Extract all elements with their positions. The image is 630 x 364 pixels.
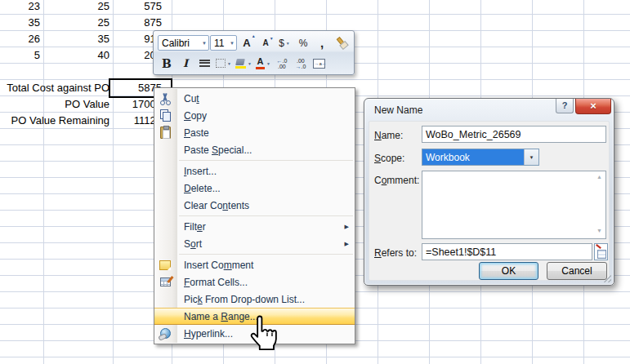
cell[interactable]: 25 bbox=[98, 15, 109, 31]
mini-toolbar-row-2: B I ▼ ▼ A ▼ ←.0 .00 bbox=[158, 53, 350, 73]
cell[interactable]: 26 bbox=[29, 31, 40, 47]
scope-label: Scope: bbox=[374, 153, 404, 164]
increase-decimal-icon: .00 →.0 bbox=[295, 58, 306, 69]
fill-bucket-icon bbox=[236, 59, 246, 65]
copy-icon bbox=[159, 109, 171, 122]
menu-item-insert[interactable]: Insert... bbox=[154, 162, 355, 180]
name-input[interactable]: WoBo_Metric_26569 bbox=[422, 126, 606, 143]
font-color-button[interactable]: A ▼ bbox=[254, 55, 272, 72]
borders-icon bbox=[216, 59, 226, 68]
bold-button[interactable]: B bbox=[158, 55, 176, 72]
refers-to-label: Refers to: bbox=[374, 247, 417, 259]
scroll-up-icon[interactable]: ▲ bbox=[596, 174, 602, 180]
menu-item-sort[interactable]: Sort ▶ bbox=[154, 235, 355, 252]
hyperlink-globe-icon bbox=[159, 328, 171, 340]
chevron-down-icon[interactable]: ▼ bbox=[524, 149, 538, 165]
format-painter-brush-icon bbox=[333, 35, 349, 51]
chevron-down-icon: ▼ bbox=[227, 61, 231, 66]
name-label: Name: bbox=[374, 130, 403, 141]
menu-item-cut[interactable]: Cut bbox=[154, 90, 355, 107]
cell[interactable]: 35 bbox=[29, 15, 40, 31]
menu-separator bbox=[179, 215, 353, 216]
red-arrow-icon bbox=[596, 244, 601, 249]
italic-button[interactable]: I bbox=[176, 55, 194, 72]
comment-label: Comment: bbox=[374, 175, 419, 186]
shrink-font-button[interactable]: A▼ bbox=[257, 34, 275, 51]
percent-style-button[interactable]: % bbox=[294, 34, 312, 51]
summary-label[interactable]: Total Cost against PO bbox=[7, 80, 109, 96]
center-align-button[interactable] bbox=[195, 55, 213, 72]
close-button[interactable]: × bbox=[575, 99, 611, 114]
cell[interactable]: 5 bbox=[34, 47, 40, 64]
mini-toolbar-row-1: Calibri ▼ 11 ▼ A▲ A▼ $ ▼ % , bbox=[158, 33, 350, 53]
merge-center-button[interactable]: →a← bbox=[311, 55, 328, 72]
cell[interactable]: 875 bbox=[144, 15, 162, 31]
menu-item-pick-from-list[interactable]: Pick From Drop-down List... bbox=[154, 291, 355, 308]
chevron-down-icon: ▼ bbox=[202, 41, 207, 46]
cell[interactable]: 23 bbox=[29, 0, 40, 15]
new-name-dialog: New Name ? × Name: WoBo_Metric_26569 Sco… bbox=[364, 98, 614, 286]
comment-textarea[interactable] bbox=[422, 171, 606, 239]
accounting-format-button[interactable]: $ ▼ bbox=[275, 34, 293, 51]
range-grid-icon bbox=[597, 250, 606, 259]
scope-selected-value: Workbook bbox=[422, 149, 524, 165]
font-size-value: 11 bbox=[214, 38, 224, 49]
center-align-icon bbox=[199, 60, 210, 68]
dialog-title: New Name bbox=[374, 104, 422, 116]
menu-item-paste[interactable]: Paste bbox=[154, 124, 355, 141]
excel-worksheet-screen: 23 25 575 35 25 875 26 35 910 5 40 200 T… bbox=[0, 0, 630, 364]
menu-item-format-cells[interactable]: Format Cells... bbox=[154, 273, 355, 291]
decrease-decimal-icon: ←.0 .00 bbox=[276, 58, 287, 69]
up-arrow-icon: ▲ bbox=[252, 33, 256, 38]
scope-dropdown[interactable]: Workbook ▼ bbox=[422, 149, 539, 166]
font-color-icon: A bbox=[257, 57, 263, 66]
increase-decimal-button[interactable]: .00 →.0 bbox=[292, 55, 310, 72]
menu-item-filter[interactable]: Filter ▶ bbox=[154, 218, 355, 235]
chevron-down-icon: ▼ bbox=[266, 61, 270, 66]
submenu-arrow-icon: ▶ bbox=[345, 241, 349, 247]
cell[interactable]: 40 bbox=[98, 47, 109, 64]
chevron-down-icon: ▼ bbox=[286, 41, 290, 46]
scissors-icon bbox=[159, 93, 171, 104]
cell[interactable]: 25 bbox=[98, 0, 109, 15]
grid-vertical-line bbox=[43, 0, 44, 364]
ok-button[interactable]: OK bbox=[479, 262, 538, 280]
cancel-button[interactable]: Cancel bbox=[547, 262, 607, 280]
menu-item-clear-contents[interactable]: Clear Contents bbox=[154, 197, 355, 214]
down-arrow-icon: ▼ bbox=[270, 36, 274, 41]
grid-vertical-line bbox=[113, 0, 114, 364]
borders-button[interactable]: ▼ bbox=[214, 55, 233, 72]
menu-separator bbox=[179, 160, 353, 161]
help-button[interactable]: ? bbox=[556, 99, 574, 113]
menu-item-insert-comment[interactable]: Insert Comment bbox=[154, 256, 355, 273]
decrease-decimal-button[interactable]: ←.0 .00 bbox=[273, 55, 291, 72]
font-name-value: Calibri bbox=[162, 38, 190, 49]
comment-note-icon bbox=[159, 260, 171, 270]
summary-label[interactable]: PO Value bbox=[65, 96, 109, 113]
range-selector-button[interactable] bbox=[594, 243, 608, 260]
cell[interactable]: 575 bbox=[144, 0, 162, 15]
fill-color-button[interactable]: ▼ bbox=[234, 55, 253, 72]
menu-separator bbox=[179, 254, 353, 255]
menu-item-paste-special[interactable]: Paste Special... bbox=[154, 141, 355, 158]
hand-cursor-icon bbox=[244, 313, 281, 357]
mini-toolbar: Calibri ▼ 11 ▼ A▲ A▼ $ ▼ % , bbox=[153, 30, 355, 75]
cell[interactable]: 35 bbox=[98, 31, 109, 47]
font-name-combo[interactable]: Calibri ▼ bbox=[158, 35, 209, 51]
submenu-arrow-icon: ▶ bbox=[345, 224, 349, 230]
refers-to-input[interactable]: =Sheet1!$D$11 bbox=[422, 243, 592, 260]
summary-label[interactable]: PO Value Remaining bbox=[11, 113, 109, 129]
comma-style-button[interactable]: , bbox=[313, 34, 331, 51]
context-menu: Cut Copy Paste Paste Special... Insert..… bbox=[154, 87, 355, 344]
chevron-down-icon: ▼ bbox=[248, 61, 252, 66]
clipboard-paste-icon bbox=[160, 127, 171, 139]
menu-item-delete[interactable]: Delete... bbox=[154, 180, 355, 197]
grow-font-button[interactable]: A▲ bbox=[238, 34, 256, 51]
menu-item-copy[interactable]: Copy bbox=[154, 107, 355, 124]
format-cells-icon bbox=[160, 277, 171, 286]
chevron-down-icon: ▼ bbox=[230, 41, 235, 46]
font-size-combo[interactable]: 11 ▼ bbox=[210, 35, 237, 51]
scroll-down-icon[interactable]: ▼ bbox=[596, 228, 602, 233]
merge-center-icon: →a← bbox=[313, 59, 325, 69]
format-painter-button[interactable] bbox=[332, 34, 350, 51]
